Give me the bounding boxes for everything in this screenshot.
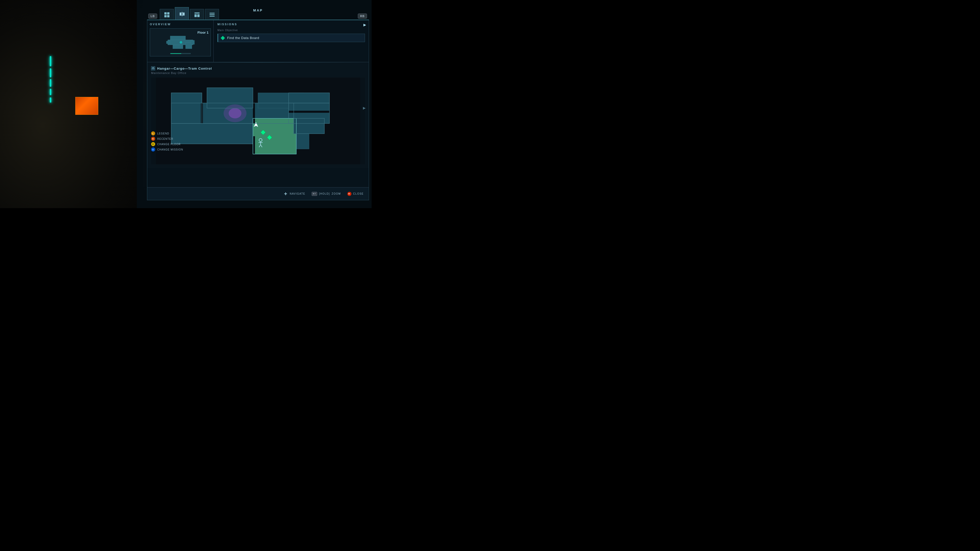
svg-rect-9 (194, 14, 197, 17)
expand-arrow-icon[interactable]: ▶ (363, 23, 366, 27)
mission-objective: Find the Data Board (218, 34, 365, 42)
objective-diamond-icon (221, 36, 225, 40)
close-control[interactable]: B CLOSE (347, 192, 364, 196)
change-floor-label: CHANGE FLOOR (157, 143, 181, 146)
svg-point-40 (229, 108, 242, 118)
lb-legend-icon: L (151, 131, 155, 135)
svg-point-21 (180, 42, 181, 43)
missions-panel: MISSIONS Main Objective Find the Data Bo… (213, 20, 369, 62)
mini-map-svg (165, 32, 196, 52)
orange-crate (75, 97, 98, 115)
tab-map-active[interactable] (175, 7, 189, 21)
lb-button[interactable]: LB (148, 14, 157, 19)
svg-rect-2 (164, 15, 167, 17)
svg-rect-1 (167, 12, 169, 14)
map-label: MAP (253, 8, 263, 12)
rt-button-icon: RT (312, 192, 317, 196)
grid-icon (164, 12, 170, 18)
overview-title: OVERVIEW (150, 23, 211, 26)
navigate-label: NAVIGATE (290, 192, 305, 195)
mini-map (165, 32, 196, 52)
overview-panel: OVERVIEW (147, 20, 213, 62)
svg-rect-8 (194, 13, 200, 14)
change-mission-label: CHANGE MISSION (157, 148, 183, 151)
armor-light-5 (50, 97, 51, 103)
floor-label: Floor 1 (197, 30, 208, 35)
svg-rect-33 (294, 118, 325, 134)
character-area (0, 0, 143, 208)
legend-area: L LEGEND R RECENTER Y CHANGE FLOOR X CHA… (151, 131, 183, 153)
svg-rect-13 (210, 16, 215, 17)
svg-rect-26 (171, 93, 202, 124)
sub-location: Maintenance Bay Office (151, 71, 365, 75)
objective-text: Find the Data Board (227, 36, 259, 40)
tab-layout[interactable] (190, 9, 204, 21)
ui-panel: LB RB MAP OVERVIEW (147, 6, 369, 200)
zoom-label: ZOOM (332, 192, 341, 195)
svg-rect-32 (253, 118, 296, 154)
svg-rect-18 (166, 41, 170, 44)
svg-rect-34 (296, 134, 309, 149)
svg-rect-27 (207, 88, 253, 108)
recenter-label: RECENTER (157, 138, 173, 140)
location-name: Hangar—Cargo—Tram Control (157, 67, 212, 70)
scroll-hint-icon: ▶ (363, 106, 366, 110)
legend-label: LEGEND (157, 132, 169, 135)
nav-tabs (160, 6, 219, 21)
svg-rect-36 (253, 103, 255, 124)
progress-bar (170, 53, 191, 54)
svg-rect-11 (210, 13, 215, 14)
list-icon (209, 12, 215, 18)
close-label: CLOSE (353, 192, 364, 195)
armor-light-1 (50, 56, 51, 66)
tab-list[interactable] (205, 9, 219, 21)
svg-rect-5 (182, 12, 183, 16)
missions-title: MISSIONS (218, 23, 365, 26)
legend-item-change-floor[interactable]: Y CHANGE FLOOR (151, 142, 183, 146)
map-area: Hangar—Cargo—Tram Control Maintenance Ba… (147, 62, 369, 168)
rb-button[interactable]: RB (358, 14, 367, 19)
location-header: Hangar—Cargo—Tram Control (151, 66, 365, 70)
svg-rect-29 (289, 93, 329, 103)
svg-rect-0 (164, 12, 167, 14)
zoom-control: RT [HOLD] ZOOM (312, 192, 341, 196)
layout-icon (194, 12, 200, 18)
overview-map-preview: Floor 1 (150, 28, 211, 56)
panel-content: OVERVIEW (147, 20, 369, 200)
tab-grid[interactable] (160, 9, 174, 21)
top-section: OVERVIEW (147, 20, 369, 62)
location-symbol-icon (152, 67, 154, 70)
y-button-icon: Y (151, 142, 155, 146)
svg-rect-19 (191, 40, 194, 44)
armor-light-2 (50, 68, 51, 77)
hold-label: [HOLD] (319, 192, 330, 195)
svg-rect-31 (171, 124, 253, 144)
svg-rect-3 (167, 15, 169, 17)
bottom-bar: ✛ NAVIGATE RT [HOLD] ZOOM B CLOSE (147, 187, 369, 200)
legend-item-change-mission[interactable]: X CHANGE MISSION (151, 148, 183, 151)
plus-navigate-icon: ✛ (284, 192, 288, 196)
armor-light-3 (50, 79, 51, 87)
legend-item-recenter: R RECENTER (151, 137, 183, 141)
navigate-control: ✛ NAVIGATE (284, 192, 305, 196)
location-icon (151, 66, 155, 70)
svg-rect-37 (289, 111, 329, 113)
progress-fill (170, 53, 181, 54)
x-button-icon: X (151, 148, 155, 151)
svg-rect-15 (170, 36, 186, 40)
map-tab-icon (179, 11, 185, 17)
svg-rect-6 (183, 13, 185, 16)
svg-rect-38 (253, 136, 255, 154)
legend-item-legend: L LEGEND (151, 131, 183, 135)
svg-rect-12 (210, 14, 215, 15)
armor-light-4 (50, 89, 51, 95)
svg-rect-16 (173, 45, 183, 49)
svg-rect-10 (197, 14, 200, 17)
b-button-icon: B (347, 192, 352, 196)
rb-recenter-icon: R (151, 137, 155, 141)
mission-subtitle: Main Objective (218, 29, 365, 32)
